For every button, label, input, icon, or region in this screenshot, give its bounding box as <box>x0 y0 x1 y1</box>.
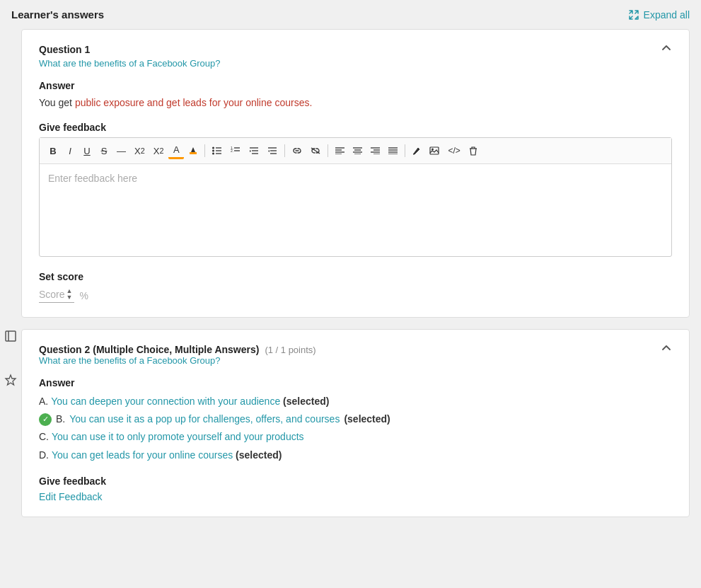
svg-marker-2 <box>6 375 16 385</box>
question1-card: Question 1 What are the benefits of a Fa… <box>21 29 690 318</box>
answer-d-letter: D. <box>39 449 52 461</box>
question2-title: Question 2 (Multiple Choice, Multiple An… <box>39 344 259 355</box>
expand-all-button[interactable]: Expand all <box>628 9 690 21</box>
toolbar-hr[interactable]: — <box>113 144 129 158</box>
answer-d: D. You can get leads for your online cou… <box>39 446 672 464</box>
toolbar-sep2 <box>284 144 285 157</box>
toolbar-underline[interactable]: U <box>79 144 95 158</box>
toolbar-align-justify[interactable] <box>385 145 401 156</box>
toolbar-align-left[interactable] <box>332 145 348 156</box>
toolbar-indent-out[interactable] <box>264 144 281 157</box>
feedback-placeholder1: Enter feedback here <box>48 173 137 184</box>
answer-b-letter: B. <box>56 410 65 428</box>
correct-check-icon: ✓ <box>39 413 52 426</box>
score-input-row: Score ▲ ▼ % <box>39 288 672 303</box>
svg-text:2.: 2. <box>231 149 233 153</box>
question1-title-section: Question 1 What are the benefits of a Fa… <box>39 44 221 80</box>
question2-title-wrap: Question 2 (Multiple Choice, Multiple An… <box>39 344 316 355</box>
toolbar-code[interactable]: </> <box>444 144 463 158</box>
answer-b-text: You can use it as a pop up for challenge… <box>69 410 340 428</box>
toolbar-highlight[interactable] <box>185 144 201 157</box>
set-score-label: Set score <box>39 271 672 282</box>
answer-list: A. You can deepen your connection with y… <box>39 393 672 464</box>
answer-d-selected: (selected) <box>236 449 282 461</box>
svg-point-38 <box>431 149 434 151</box>
svg-point-8 <box>212 153 214 155</box>
toolbar-sep3 <box>328 144 328 157</box>
toolbar-align-center[interactable] <box>349 145 366 156</box>
question2-collapse-icon[interactable] <box>661 342 672 357</box>
answer-d-text: You can get leads for your online course… <box>52 449 233 461</box>
answer-c-letter: C. <box>39 431 52 442</box>
answer-a-selected: (selected) <box>283 396 329 407</box>
toolbar-unlink[interactable] <box>307 145 324 156</box>
toolbar-bold[interactable]: B <box>45 144 61 158</box>
answer1-text: You get public exposure and get leads fo… <box>39 96 672 110</box>
toolbar-align-right[interactable] <box>367 145 383 156</box>
give-feedback1-label: Give feedback <box>39 122 672 133</box>
score-input-wrap: Score ▲ ▼ <box>39 288 74 303</box>
toolbar-link[interactable] <box>289 145 306 156</box>
question2-subtitle: What are the benefits of a Facebook Grou… <box>39 355 316 366</box>
page-title: Learner's answers <box>11 8 104 21</box>
star-icon[interactable] <box>4 374 17 390</box>
expand-icon <box>628 9 639 21</box>
score-spinner[interactable]: ▲ ▼ <box>65 288 74 301</box>
toolbar-italic[interactable]: I <box>62 144 78 158</box>
give-feedback2-label: Give feedback <box>39 475 672 487</box>
side-icons <box>0 29 21 390</box>
question2-title-section: Question 2 (Multiple Choice, Multiple An… <box>39 344 316 377</box>
main-layout: Question 1 What are the benefits of a Fa… <box>0 29 701 529</box>
toolbar-subscript[interactable]: X2 <box>131 144 149 158</box>
question1-header: Question 1 What are the benefits of a Fa… <box>39 44 672 80</box>
question1-subtitle: What are the benefits of a Facebook Grou… <box>39 58 221 69</box>
answer-a-text: You can deepen your connection with your… <box>51 396 280 407</box>
question1-title: Question 1 <box>39 44 221 55</box>
toolbar-image[interactable] <box>426 144 443 157</box>
toolbar-superscript[interactable]: X2 <box>150 144 168 158</box>
answer2-label: Answer <box>39 377 672 388</box>
svg-point-6 <box>212 150 214 152</box>
question2-card: Question 2 (Multiple Choice, Multiple An… <box>21 329 690 517</box>
question2-header: Question 2 (Multiple Choice, Multiple An… <box>39 344 672 377</box>
set-score-section: Set score Score ▲ ▼ % <box>39 271 672 303</box>
svg-rect-3 <box>190 152 197 154</box>
book-icon[interactable] <box>4 330 17 345</box>
toolbar-sep1 <box>204 144 205 157</box>
edit-feedback-button[interactable]: Edit Feedback <box>39 491 103 502</box>
answer-b-selected: (selected) <box>344 410 390 428</box>
answer-c: C. You can use it to only promote yourse… <box>39 428 672 446</box>
answer1-highlight: public exposure and get leads for your o… <box>75 97 312 108</box>
expand-all-label: Expand all <box>644 9 690 21</box>
feedback-editor1-area[interactable]: Enter feedback here <box>40 164 671 256</box>
percent-sign: % <box>80 290 88 301</box>
answer1-label: Answer <box>39 80 672 91</box>
toolbar-strikethrough[interactable]: S <box>96 144 112 158</box>
toolbar-delete[interactable] <box>465 144 481 158</box>
svg-point-4 <box>212 147 214 149</box>
toolbar-sep4 <box>405 144 405 157</box>
score-label-text: Score <box>39 289 65 300</box>
toolbar1: B I U S — X2 X2 A 1.2. <box>40 138 671 164</box>
question1-collapse-icon[interactable] <box>661 42 672 57</box>
feedback-editor1: B I U S — X2 X2 A 1.2. <box>39 137 672 257</box>
answer-a: A. You can deepen your connection with y… <box>39 393 672 410</box>
question2-points: (1 / 1 points) <box>265 345 315 355</box>
score-down-btn[interactable]: ▼ <box>65 294 74 301</box>
answer-c-text: You can use it to only promote yourself … <box>52 431 304 442</box>
toolbar-pencil[interactable] <box>409 144 424 157</box>
header-bar: Learner's answers Expand all <box>0 0 701 29</box>
toolbar-bullet-list[interactable] <box>209 144 226 157</box>
toolbar-numbered-list[interactable]: 1.2. <box>227 144 244 157</box>
answer1-plain: You get <box>39 97 75 108</box>
toolbar-font-color[interactable]: A <box>168 142 184 159</box>
toolbar-indent-in[interactable] <box>245 144 262 157</box>
answer-b: ✓ B. You can use it as a pop up for chal… <box>39 410 672 428</box>
svg-rect-0 <box>6 331 16 341</box>
answer-a-letter: A. <box>39 396 51 407</box>
